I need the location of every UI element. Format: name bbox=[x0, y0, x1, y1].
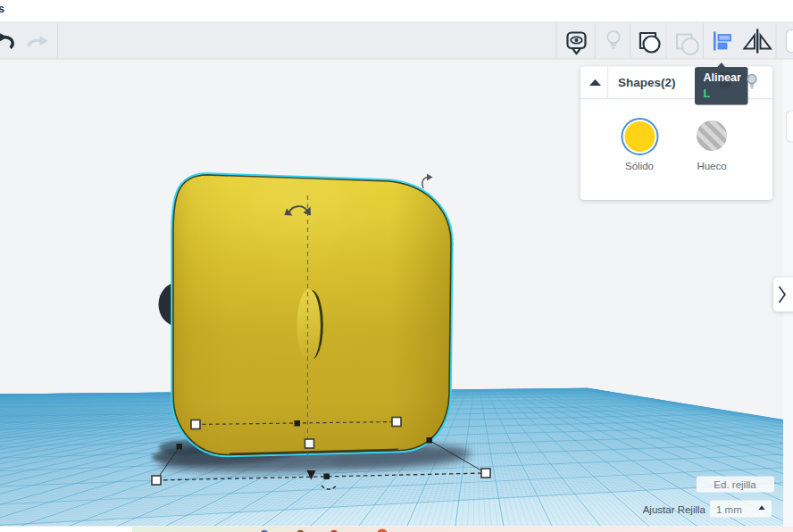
svg-text:Ajustar Rejilla: Ajustar Rejilla bbox=[643, 504, 706, 515]
svg-text:Ed. rejilla: Ed. rejilla bbox=[714, 479, 756, 490]
svg-text:Shapes(2): Shapes(2) bbox=[618, 76, 676, 89]
svg-text:Sólido: Sólido bbox=[625, 161, 654, 171]
svg-text:s: s bbox=[0, 3, 4, 15]
svg-text:Hueco: Hueco bbox=[697, 161, 726, 171]
svg-text:Alinear: Alinear bbox=[704, 71, 742, 84]
svg-text:1 mm: 1 mm bbox=[716, 504, 742, 515]
svg-text:L: L bbox=[704, 87, 711, 100]
